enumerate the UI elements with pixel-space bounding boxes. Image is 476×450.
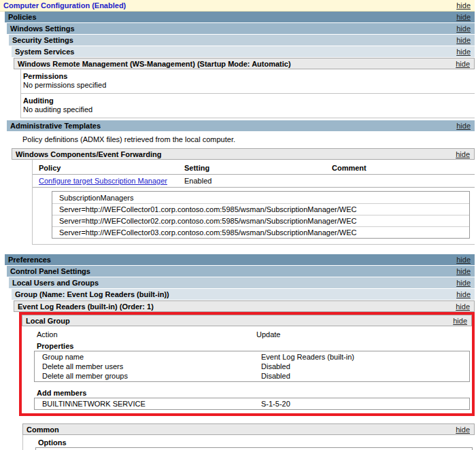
permissions-label: Permissions [23,72,475,81]
policies-title: Policies [8,13,37,21]
section-header-group: Group (Name: Event Log Readers (built-in… [12,289,475,300]
section-header-windows-settings: Windows Settings hide [7,23,475,35]
highlight-box: Local Group hide Action Update Propertie… [19,312,475,416]
section-header-local-users-and-groups: Local Users and Groups hide [9,277,475,289]
column-policy: Policy [39,164,184,172]
control-panel-settings-title: Control Panel Settings [10,267,90,275]
property-label: Group name [42,353,261,361]
column-comment: Comment [332,164,475,172]
subscription-managers-box: SubscriptionManagers Server=http://WEFCo… [52,191,470,239]
members-box: BUILTIN\NETWORK SERVICE S-1-5-20 [34,398,470,410]
section-header-preferences: Preferences hide [5,254,475,266]
permissions-block: Permissions No permissions specified [21,69,475,94]
properties-box: Group name Event Log Readers (built-in) … [34,351,470,382]
hide-link[interactable]: hide [456,426,470,434]
section-header-event-log-readers-item: Event Log Readers (built-in) (Order: 1) … [14,300,475,312]
action-label: Action [37,330,256,339]
hide-link[interactable]: hide [456,24,471,33]
auditing-value: No auditing specified [23,105,475,114]
spacer [0,416,476,423]
system-services-title: System Services [15,48,74,56]
auditing-label: Auditing [23,97,475,105]
property-label: Delete all member users [42,362,261,370]
event-forwarding-title: Windows Components/Event Forwarding [16,150,161,158]
hide-link[interactable]: hide [456,150,470,158]
member-sid: S-1-5-20 [261,400,469,408]
hide-link[interactable]: hide [456,267,471,275]
column-setting: Setting [184,164,332,172]
section-header-policies: Policies hide [5,12,475,23]
section-header-control-panel-settings: Control Panel Settings hide [7,266,475,277]
hide-link[interactable]: hide [456,290,471,298]
property-row: Delete all member users Disabled [35,362,469,371]
property-value: Event Log Readers (built-in) [261,353,469,361]
permissions-value: No permissions specified [23,81,475,90]
computer-configuration-title: Computer Configuration (Enabled) [3,1,126,10]
section-header-event-forwarding: Windows Components/Event Forwarding hide [12,148,475,160]
security-settings-title: Security Settings [12,36,73,44]
hide-link[interactable]: hide [456,36,471,44]
options-label: Options [23,437,475,447]
administrative-templates-title: Administrative Templates [10,122,101,130]
section-header-computer-configuration: Computer Configuration (Enabled) hide [0,0,475,12]
section-header-windows-remote-management: Windows Remote Management (WS-Management… [14,58,475,69]
subscription-server-row: Server=http://WEFCollector02.corp.contos… [52,215,469,227]
auditing-block: Auditing No auditing specified [21,94,475,118]
policy-link-configure-target-subscription-manager[interactable]: Configure target Subscription Manager [39,177,167,185]
hide-link[interactable]: hide [456,60,470,68]
admx-note: Policy definitions (ADMX files) retrieve… [0,132,476,148]
windows-settings-title: Windows Settings [10,24,75,33]
policy-setting-value: Enabled [184,177,332,185]
hide-link[interactable]: hide [456,1,471,10]
spacer [0,245,476,254]
hide-link[interactable]: hide [456,48,471,56]
properties-label: Properties [22,341,472,351]
property-value: Disabled [261,362,469,370]
group-title: Group (Name: Event Log Readers (built-in… [15,290,169,298]
event-forwarding-content: Policy Setting Comment Configure target … [32,160,475,245]
hide-link[interactable]: hide [456,302,470,311]
group-item-title: Event Log Readers (built-in) (Order: 1) [18,302,154,311]
local-users-and-groups-title: Local Users and Groups [12,279,99,287]
property-row: Delete all member groups Disabled [35,371,469,381]
hide-link[interactable]: hide [456,279,471,287]
policy-table-header: Policy Setting Comment [33,160,475,175]
policy-table-row: Configure target Subscription Manager En… [33,175,475,188]
subscription-server-row: Server=http://WEFCollector01.corp.contos… [52,204,469,215]
property-label: Delete all member groups [42,372,261,380]
common-title: Common [27,426,59,434]
property-row: Group name Event Log Readers (built-in) [35,352,469,362]
section-header-administrative-templates: Administrative Templates hide [7,120,475,132]
subscription-server-row: Server=http://WEFCollector03.corp.contos… [52,227,469,238]
options-box: Stop processing items on this extension … [35,447,473,450]
member-row: BUILTIN\NETWORK SERVICE S-1-5-20 [35,399,469,409]
local-group-title: Local Group [26,317,70,325]
hide-link[interactable]: hide [456,13,471,21]
property-value: Disabled [261,372,469,380]
wrm-content: Permissions No permissions specified Aud… [20,69,475,118]
hide-link[interactable]: hide [456,122,471,130]
hide-link[interactable]: hide [453,317,467,325]
subscription-managers-title: SubscriptionManagers [52,192,469,204]
wrm-title: Windows Remote Management (WS-Management… [18,60,291,68]
section-header-common: Common hide [22,423,475,435]
section-header-security-settings: Security Settings hide [9,35,475,46]
add-members-label: Add members [22,387,472,398]
local-group-content: Action Update Properties Group name Even… [22,330,472,413]
action-row: Action Update [22,330,472,339]
member-name: BUILTIN\NETWORK SERVICE [42,400,261,408]
section-header-system-services: System Services hide [12,46,475,58]
common-content: Options Stop processing items on this ex… [22,435,475,450]
preferences-title: Preferences [8,256,51,264]
section-header-local-group: Local Group hide [22,315,472,326]
action-value: Update [256,330,472,339]
hide-link[interactable]: hide [456,256,471,264]
